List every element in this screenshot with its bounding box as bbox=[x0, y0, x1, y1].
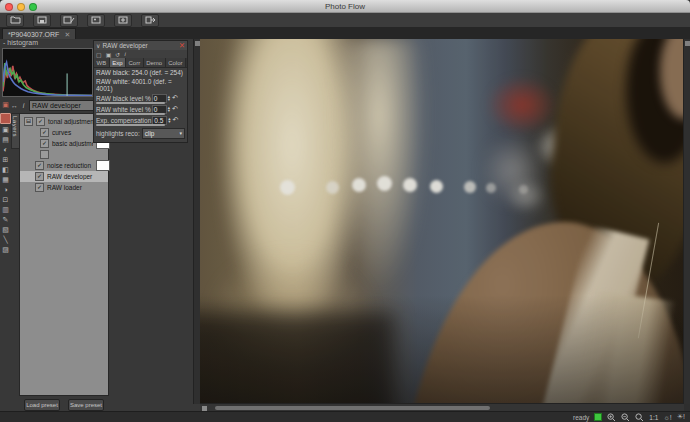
main-toolbar bbox=[0, 13, 690, 28]
zoom-fit-icon[interactable] bbox=[635, 413, 644, 422]
tool-strip: ▣ ▤ ◐ ⊞ ◧ ▦ ◑ ⊡ ▥ ✎ ▧ ╲ ▨ bbox=[0, 113, 11, 398]
raw-black-info: RAW black: 254.0 (def. = 254) bbox=[94, 68, 187, 77]
layer-move-icon[interactable]: ↔ bbox=[11, 102, 18, 109]
tool-icon-4[interactable]: ⊞ bbox=[3, 156, 9, 164]
scrollbar-button[interactable] bbox=[685, 41, 690, 46]
minimize-window-icon[interactable] bbox=[17, 3, 25, 11]
highlights-reco-label: highlights reco: bbox=[96, 130, 140, 137]
tool-icon-11[interactable]: ▧ bbox=[2, 226, 9, 234]
expander-icon[interactable]: ⊟ bbox=[24, 117, 33, 126]
tab-color[interactable]: Color bbox=[166, 58, 186, 67]
load-preset-button[interactable]: Load preset bbox=[24, 399, 60, 411]
horizontal-scrollbar-thumb[interactable] bbox=[215, 406, 490, 410]
tool-icon-3[interactable]: ◐ bbox=[3, 146, 7, 154]
raw-white-level-row: RAW white level % 0 ▴▾ ↶ bbox=[94, 104, 187, 115]
status-green-indicator bbox=[594, 413, 602, 421]
tool-icon-13[interactable]: ▨ bbox=[2, 246, 9, 254]
layer-name-field[interactable]: RAW developer bbox=[29, 100, 103, 111]
tool-icon-7[interactable]: ◑ bbox=[3, 186, 7, 194]
layer-info-icon[interactable]: i bbox=[20, 102, 27, 109]
histogram-header[interactable]: - histogram bbox=[3, 39, 38, 46]
zoom-in-icon[interactable] bbox=[607, 413, 616, 422]
highlight-clip-warning-icon[interactable]: ☀! bbox=[677, 413, 685, 421]
save-preset-button[interactable]: Save preset bbox=[68, 399, 104, 411]
save-file-as-icon[interactable] bbox=[60, 14, 78, 27]
panel-preview-icon[interactable]: ▢ bbox=[96, 51, 102, 58]
raw-panel-mini-toolbar: ▢ ▣ ↺ i bbox=[94, 50, 187, 58]
layer-options-icon[interactable]: ▣ bbox=[2, 101, 9, 109]
highlights-reco-select[interactable]: clip ▾ bbox=[142, 128, 185, 139]
tab-label: *P9040307.ORF bbox=[8, 31, 59, 38]
right-scrollbar-gutter[interactable] bbox=[683, 39, 690, 404]
spinner-icons[interactable]: ▴▾ bbox=[168, 106, 170, 113]
exp-compensation-row: Exp. compensation 0.5 ▴▾ ↶ bbox=[94, 115, 187, 126]
spinner-icons[interactable]: ▴▾ bbox=[168, 95, 170, 102]
tool-icon-5[interactable]: ◧ bbox=[2, 166, 9, 174]
layer-thumbnail bbox=[96, 160, 110, 171]
export-image-icon[interactable] bbox=[87, 14, 105, 27]
panel-reset-icon[interactable]: ↺ bbox=[115, 51, 120, 58]
zoom-window-icon[interactable] bbox=[29, 3, 37, 11]
tool-icon-10[interactable]: ✎ bbox=[3, 216, 9, 224]
window-title: Photo Flow bbox=[325, 2, 365, 11]
close-window-icon[interactable] bbox=[5, 3, 13, 11]
tab-bar: *P9040307.ORF ✕ bbox=[0, 28, 690, 39]
status-ready-label: ready bbox=[573, 414, 589, 421]
panel-info-icon[interactable]: i bbox=[124, 51, 125, 57]
image-canvas[interactable] bbox=[200, 39, 684, 404]
layer-row-raw-loader[interactable]: ✓ RAW loader bbox=[20, 182, 108, 193]
active-tool-icon[interactable] bbox=[0, 113, 11, 124]
collapse-chevron-icon[interactable]: ∨ bbox=[96, 42, 100, 49]
tool-icon-1[interactable]: ▣ bbox=[2, 126, 9, 134]
param-label: RAW white level % bbox=[96, 106, 151, 113]
layers-list: ⊟ ✓ tonal adjustment ✓ curves ✓ basic ad… bbox=[19, 113, 109, 396]
layer-row-empty[interactable] bbox=[20, 149, 108, 160]
tool-icon-12[interactable]: ╲ bbox=[3, 236, 7, 244]
tab-close-icon[interactable]: ✕ bbox=[64, 31, 70, 39]
layer-checkbox[interactable]: ✓ bbox=[35, 172, 44, 181]
tool-icon-2[interactable]: ▤ bbox=[2, 136, 9, 144]
exp-compensation-slider[interactable] bbox=[96, 124, 165, 126]
photo-tone-overlay bbox=[200, 39, 684, 404]
spinner-icons[interactable]: ▴▾ bbox=[168, 117, 170, 124]
tool-icon-9[interactable]: ▥ bbox=[2, 206, 9, 214]
raw-panel-close-icon[interactable]: ✕ bbox=[179, 42, 185, 50]
layer-label: curves bbox=[52, 129, 93, 136]
panel-sticky-icon[interactable]: ▣ bbox=[106, 51, 112, 58]
layer-label: basic adjustment bbox=[52, 140, 93, 147]
reset-icon[interactable]: ↶ bbox=[173, 116, 179, 124]
layers-tab-label: Layers bbox=[12, 116, 18, 137]
layer-row-raw-developer[interactable]: ✓ RAW developer bbox=[20, 171, 108, 182]
tool-icon-8[interactable]: ⊡ bbox=[3, 196, 9, 204]
layer-checkbox[interactable]: ✓ bbox=[35, 161, 44, 170]
param-label: Exp. compensation bbox=[96, 117, 151, 124]
layer-checkbox[interactable]: ✓ bbox=[35, 183, 44, 192]
layer-checkbox[interactable]: ✓ bbox=[40, 139, 49, 148]
layer-row-noise-reduction[interactable]: ✓ noise reduction bbox=[20, 160, 108, 171]
chevron-down-icon: ▾ bbox=[179, 130, 182, 136]
layer-checkbox[interactable]: ✓ bbox=[36, 117, 45, 126]
fit-view-icon[interactable] bbox=[114, 14, 132, 27]
save-file-icon[interactable] bbox=[33, 14, 51, 27]
open-file-icon[interactable] bbox=[6, 14, 24, 27]
tab-corr[interactable]: Corr bbox=[126, 58, 144, 67]
scroll-lock-icon[interactable] bbox=[202, 406, 207, 411]
raw-panel-titlebar[interactable]: ∨ RAW developer ✕ bbox=[94, 41, 187, 50]
shadow-clip-warning-icon[interactable]: ☼! bbox=[663, 414, 671, 421]
exit-app-icon[interactable] bbox=[141, 14, 159, 27]
raw-white-info: RAW white: 4001.0 (def. = 4001) bbox=[94, 77, 187, 93]
layer-checkbox[interactable] bbox=[40, 150, 49, 159]
layer-checkbox[interactable]: ✓ bbox=[40, 128, 49, 137]
tab-wb[interactable]: WB bbox=[94, 58, 110, 67]
tool-icon-6[interactable]: ▦ bbox=[2, 176, 9, 184]
tab-exp[interactable]: Exp bbox=[110, 58, 126, 67]
param-label: RAW black level % bbox=[96, 95, 151, 102]
zoom-out-icon[interactable] bbox=[621, 413, 630, 422]
reset-icon[interactable]: ↶ bbox=[172, 105, 178, 113]
reset-icon[interactable]: ↶ bbox=[172, 94, 178, 102]
window-titlebar[interactable]: Photo Flow bbox=[0, 0, 690, 13]
layer-label: noise reduction bbox=[47, 162, 93, 169]
tab-demo[interactable]: Demo bbox=[144, 58, 166, 67]
zoom-scale-button[interactable]: 1:1 bbox=[649, 414, 658, 421]
highlights-reco-row: highlights reco: clip ▾ bbox=[94, 126, 187, 142]
